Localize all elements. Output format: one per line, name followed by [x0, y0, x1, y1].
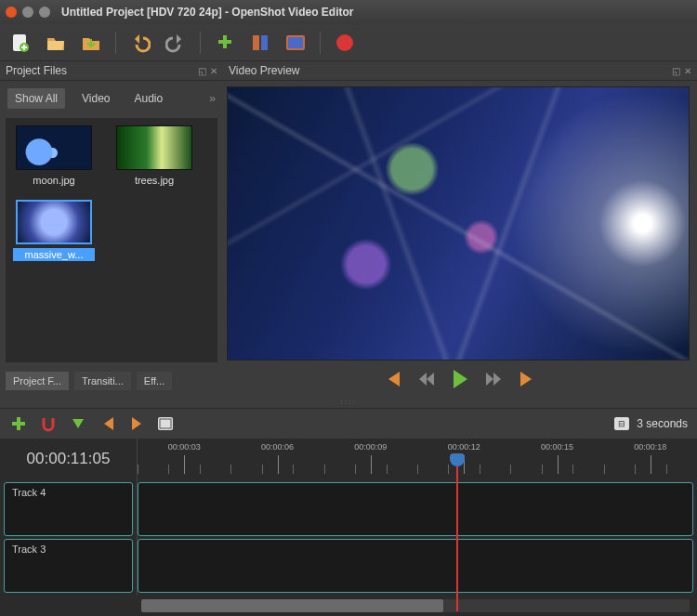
track-labels-column: Track 4 Track 3	[0, 479, 138, 596]
track-header-4[interactable]: Track 4	[4, 482, 133, 536]
toolbar-separator	[320, 32, 321, 54]
content-area: Project Files ◱ ✕ Show All Video Audio »…	[0, 61, 697, 396]
ruler-minor-tick	[387, 465, 388, 474]
file-label: trees.jpg	[113, 174, 195, 187]
save-project-button[interactable]	[80, 32, 102, 54]
playhead-handle[interactable]	[450, 453, 465, 466]
timeline-horizontal-scrollbar[interactable]	[141, 599, 690, 612]
toolbar-separator	[115, 32, 116, 54]
add-track-button[interactable]	[9, 414, 28, 433]
ruler-time-label: 00:00:09	[354, 442, 387, 452]
filter-audio[interactable]: Audio	[127, 88, 171, 109]
ruler-time-label: 00:00:12	[448, 442, 480, 452]
ruler-minor-tick	[324, 465, 325, 474]
ruler-minor-tick	[510, 465, 511, 474]
choose-profile-button[interactable]	[249, 32, 271, 54]
ruler-minor-tick	[230, 465, 231, 474]
open-project-button[interactable]	[45, 32, 67, 54]
jump-start-button[interactable]	[385, 372, 401, 387]
transport-controls	[223, 364, 697, 396]
undo-button[interactable]	[129, 32, 151, 54]
timeline: 00:00:11:05 00:00:0300:00:0600:00:0900:0…	[0, 439, 697, 616]
previous-marker-button[interactable]	[99, 414, 117, 433]
timeline-ruler[interactable]: 00:00:0300:00:0600:00:0900:00:1200:00:15…	[138, 439, 697, 479]
ruler-minor-tick	[200, 465, 201, 474]
track-header-3[interactable]: Track 3	[4, 539, 133, 593]
panel-close-icon[interactable]: ✕	[684, 66, 691, 76]
jump-end-button[interactable]	[519, 372, 535, 387]
ruler-time-label: 00:00:18	[634, 442, 666, 452]
center-playhead-button[interactable]	[158, 417, 173, 430]
import-files-button[interactable]	[214, 32, 236, 54]
ruler-minor-tick	[604, 465, 605, 474]
filter-show-all[interactable]: Show All	[7, 88, 65, 109]
ruler-minor-tick	[542, 465, 543, 474]
play-button[interactable]	[452, 370, 468, 388]
export-video-button[interactable]	[334, 32, 356, 54]
video-preview-canvas[interactable]	[227, 86, 690, 360]
file-item-massive[interactable]: massive_w...	[13, 200, 95, 261]
current-time-display[interactable]: 00:00:11:05	[0, 439, 138, 479]
snapping-button[interactable]	[39, 414, 58, 433]
ruler-minor-tick	[417, 465, 418, 474]
ruler-tick	[278, 455, 279, 474]
redo-button[interactable]	[164, 32, 187, 54]
video-preview-panel: Video Preview ◱ ✕	[223, 61, 697, 396]
panel-detach-icon[interactable]: ◱	[198, 66, 206, 76]
video-preview-header: Video Preview ◱ ✕	[223, 61, 697, 81]
ruler-minor-tick	[168, 465, 169, 474]
ruler-minor-tick	[666, 465, 667, 474]
timeline-toolbar: ⊟ 3 seconds	[0, 408, 697, 439]
zoom-level-label: 3 seconds	[637, 417, 688, 430]
ruler-time-label: 00:00:06	[261, 442, 294, 452]
file-item-moon[interactable]: moon.jpg	[13, 125, 95, 187]
ruler-minor-tick	[635, 465, 636, 474]
window-close-button[interactable]	[6, 7, 17, 18]
ruler-tick	[371, 455, 372, 474]
main-toolbar	[0, 24, 697, 61]
video-preview-title: Video Preview	[229, 64, 300, 77]
track-row[interactable]	[138, 482, 693, 536]
next-marker-button[interactable]	[128, 414, 147, 433]
fullscreen-button[interactable]	[284, 32, 307, 54]
file-thumbnail	[16, 200, 92, 244]
left-panel-tabs: Project F... Transiti... Eff...	[0, 366, 223, 396]
project-files-panel: Project Files ◱ ✕ Show All Video Audio »…	[0, 61, 223, 396]
tab-project-files[interactable]: Project F...	[6, 372, 69, 390]
file-grid[interactable]: moon.jpg trees.jpg massive_w...	[6, 118, 217, 362]
ruler-time-label: 00:00:03	[168, 442, 201, 452]
fast-forward-button[interactable]	[485, 373, 502, 386]
filter-more-icon[interactable]: »	[209, 92, 216, 105]
svg-rect-3	[261, 35, 268, 50]
project-files-header: Project Files ◱ ✕	[0, 61, 223, 81]
ruler-minor-tick	[293, 465, 294, 474]
ruler-minor-tick	[138, 465, 138, 474]
scrollbar-thumb[interactable]	[141, 599, 443, 612]
rewind-button[interactable]	[418, 373, 435, 386]
splitter-grip[interactable]: ::::	[0, 396, 697, 408]
svg-point-5	[336, 34, 353, 51]
file-item-trees[interactable]: trees.jpg	[113, 125, 195, 187]
file-thumbnail	[16, 125, 92, 170]
track-row[interactable]	[138, 539, 693, 593]
filter-video[interactable]: Video	[74, 88, 117, 109]
project-files-title: Project Files	[6, 64, 67, 77]
titlebar: Untitled Project [HDV 720 24p] - OpenSho…	[0, 0, 697, 24]
ruler-minor-tick	[572, 465, 573, 474]
panel-detach-icon[interactable]: ◱	[672, 66, 680, 76]
ruler-tick	[651, 455, 651, 474]
ruler-tick	[184, 455, 185, 474]
file-label: massive_w...	[13, 248, 95, 261]
playhead[interactable]	[456, 455, 458, 611]
window-minimize-button[interactable]	[22, 7, 33, 18]
panel-close-icon[interactable]: ✕	[210, 66, 217, 76]
ruler-minor-tick	[262, 465, 263, 474]
new-project-button[interactable]	[9, 32, 32, 54]
tab-transitions[interactable]: Transiti...	[74, 372, 131, 390]
tab-effects[interactable]: Eff...	[137, 372, 172, 390]
file-thumbnail	[116, 125, 192, 170]
track-rows[interactable]	[138, 479, 697, 596]
window-maximize-button[interactable]	[39, 7, 50, 18]
zoom-slider-icon[interactable]: ⊟	[614, 417, 629, 430]
razor-tool-button[interactable]	[69, 414, 87, 433]
